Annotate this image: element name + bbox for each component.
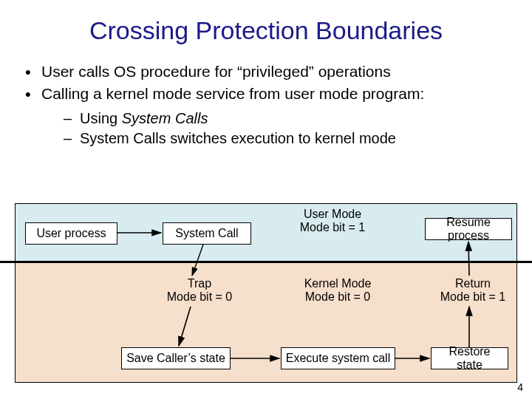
sub-bullet-list: Using System Calls System Calls switches… [62,110,532,147]
label-kernel-mode-l1: Kernel Mode [290,277,386,290]
page-number: 4 [517,381,523,393]
label-trap-l2: Mode bit = 0 [155,290,244,304]
box-user-process: User process [25,222,117,245]
bullet-list: User calls OS procedure for “privileged”… [21,63,532,147]
label-kernel-mode: Kernel Mode Mode bit = 0 [290,277,386,304]
label-return-l1: Return [432,277,514,290]
label-user-mode-l2: Mode bit = 1 [284,221,381,234]
sub-bullet-1-prefix: Using [80,110,122,126]
bullet-2-text: Calling a kernel mode service from user … [41,85,424,102]
mode-divider [0,261,532,263]
box-save-state: Save Caller’s state [121,347,231,369]
label-user-mode: User Mode Mode bit = 1 [284,208,381,235]
sub-bullet-1-em: System Calls [122,110,208,126]
sub-bullet-1: Using System Calls [62,110,532,127]
bullet-1: User calls OS procedure for “privileged”… [21,63,532,81]
label-return-l2: Mode bit = 1 [432,290,514,304]
label-trap-l1: Trap [155,277,244,290]
diagram: User process System Call Resume process … [15,203,517,384]
label-trap: Trap Mode bit = 0 [155,277,244,304]
box-exec-syscall: Execute system call [281,347,395,369]
label-kernel-mode-l2: Mode bit = 0 [290,290,386,304]
label-user-mode-l1: User Mode [284,208,381,221]
box-system-call: System Call [163,222,251,245]
box-restore-state: Restore state [431,347,508,369]
slide-title: Crossing Protection Boundaries [0,16,532,45]
sub-bullet-2: System Calls switches execution to kerne… [62,130,532,147]
box-resume-process: Resume process [425,218,512,240]
label-return: Return Mode bit = 1 [432,277,514,304]
bullet-2: Calling a kernel mode service from user … [21,85,532,147]
